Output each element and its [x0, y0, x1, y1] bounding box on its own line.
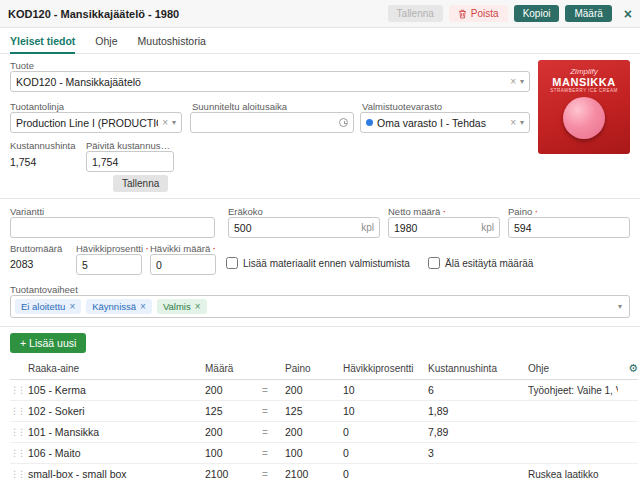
warehouse-select[interactable]: × ▾	[360, 112, 530, 133]
product-image-brand: Zimplify	[570, 67, 598, 76]
waste-percent-field[interactable]	[76, 254, 142, 275]
clear-icon[interactable]: ×	[510, 118, 516, 128]
cell-ohje: Työohjeet: Vaihe 1, Vaihe	[528, 385, 618, 396]
variant-label: Variantti	[10, 206, 44, 217]
table-row[interactable]: ⋮⋮ small-box - small box 2100 = 2100 0 R…	[10, 464, 638, 483]
planned-start-label: Suunniteltu aloitusaika	[192, 101, 287, 112]
warehouse-label: Valmistuotevarasto	[362, 101, 442, 112]
waste-quantity-input[interactable]	[156, 259, 210, 271]
section-divider	[0, 198, 640, 199]
drag-handle-icon[interactable]: ⋮⋮	[10, 406, 28, 416]
gear-icon[interactable]: ⚙	[618, 362, 638, 375]
weight-label: Paino ·	[508, 206, 538, 217]
table-header-row: Raaka-aine Määrä Paino Hävikkiprosentti …	[10, 358, 638, 380]
variant-field[interactable]	[10, 217, 215, 238]
stage-tag-valmis[interactable]: Valmis ×	[157, 299, 207, 314]
update-cost-price-input[interactable]	[92, 156, 168, 168]
cell-maara: 100	[205, 447, 262, 459]
net-quantity-label: Netto määrä ·	[388, 206, 446, 217]
drag-handle-icon[interactable]: ⋮⋮	[10, 469, 28, 479]
clock-icon[interactable]	[339, 118, 348, 127]
delete-button[interactable]: Poista	[449, 5, 508, 22]
waste-quantity-field[interactable]	[150, 254, 216, 275]
cell-hinta: 1,89	[428, 405, 528, 417]
tab-ohje[interactable]: Ohje	[95, 28, 117, 54]
stage-tag-ei-aloitettu[interactable]: Ei aloitettu ×	[15, 299, 81, 314]
table-row[interactable]: ⋮⋮ 105 - Kerma 200 = 200 10 6 Työohjeet:…	[10, 380, 638, 401]
copy-button[interactable]: Kopioi	[514, 5, 560, 22]
net-quantity-input[interactable]	[394, 222, 477, 234]
table-row[interactable]: ⋮⋮ 106 - Maito 100 = 100 0 3	[10, 443, 638, 464]
table-row[interactable]: ⋮⋮ 101 - Mansikka 200 = 200 0 7,89	[10, 422, 638, 443]
chevron-down-icon[interactable]: ▾	[618, 302, 622, 311]
waste-percent-input[interactable]	[82, 259, 136, 271]
warehouse-input[interactable]	[377, 117, 506, 129]
drag-handle-icon[interactable]: ⋮⋮	[10, 427, 28, 437]
page-title: KOD120 - Mansikkajäätelö - 1980	[8, 8, 179, 20]
production-line-label: Tuotantolinja	[10, 101, 64, 112]
cell-paino: 200	[285, 426, 343, 438]
weight-field[interactable]	[508, 217, 630, 238]
equals-icon: =	[262, 427, 285, 438]
clear-icon[interactable]: ×	[510, 77, 516, 87]
chevron-down-icon[interactable]: ▾	[520, 118, 524, 127]
drag-handle-icon[interactable]: ⋮⋮	[10, 448, 28, 458]
production-line-select[interactable]: × ▾	[10, 112, 182, 133]
tab-yleiset-tiedot[interactable]: Yleiset tiedot	[10, 28, 75, 54]
unit-suffix: kpl	[481, 222, 494, 233]
cell-name: 106 - Maito	[28, 447, 205, 459]
batch-size-label: Eräkoko	[228, 206, 263, 217]
header-paino: Paino	[285, 363, 343, 374]
batch-size-field[interactable]: kpl	[228, 217, 380, 238]
equals-icon: =	[262, 385, 285, 396]
cell-paino: 200	[285, 384, 343, 396]
quantity-button[interactable]: Määrä	[565, 5, 611, 22]
variant-input[interactable]	[16, 222, 209, 234]
cell-havikki: 10	[343, 384, 428, 396]
product-select[interactable]: × ▾	[10, 71, 530, 92]
cell-hinta: 3	[428, 447, 528, 459]
chevron-down-icon[interactable]: ▾	[172, 118, 176, 127]
update-cost-save-button[interactable]: Tallenna	[113, 175, 168, 192]
table-row[interactable]: ⋮⋮ 102 - Sokeri 125 = 125 10 1,89	[10, 401, 638, 422]
header-kustannushinta: Kustannushinta	[428, 363, 528, 374]
remove-tag-icon[interactable]: ×	[195, 301, 201, 312]
clear-icon[interactable]: ×	[162, 118, 168, 128]
add-new-button[interactable]: + Lisää uusi	[10, 333, 86, 353]
checkbox[interactable]	[226, 257, 238, 269]
raw-materials-table: Raaka-aine Määrä Paino Hävikkiprosentti …	[10, 358, 638, 483]
net-quantity-field[interactable]: kpl	[388, 217, 500, 238]
remove-tag-icon[interactable]: ×	[140, 301, 146, 312]
production-line-input[interactable]	[16, 117, 158, 129]
cell-paino: 125	[285, 405, 343, 417]
chevron-down-icon[interactable]: ▾	[520, 77, 524, 86]
dont-prefill-quantity-checkbox[interactable]: Älä esitäytä määrää	[428, 257, 533, 269]
close-icon[interactable]: ×	[624, 7, 632, 21]
cell-hinta: 6	[428, 384, 528, 396]
add-materials-before-completion-checkbox[interactable]: Lisää materiaalit ennen valmistumista	[226, 257, 410, 269]
drag-handle-icon[interactable]: ⋮⋮	[10, 385, 28, 395]
production-stages-multiselect[interactable]: Ei aloitettu × Käynnissä × Valmis × ▾	[10, 295, 630, 318]
save-button[interactable]: Tallenna	[388, 5, 443, 22]
unit-suffix: kpl	[361, 222, 374, 233]
header-maara: Määrä	[205, 363, 262, 374]
cell-hinta: 7,89	[428, 426, 528, 438]
weight-input[interactable]	[514, 222, 624, 234]
update-cost-price-field[interactable]	[86, 151, 174, 172]
header-havikkiprosentti: Hävikkiprosentti	[343, 363, 428, 374]
cost-price-label: Kustannushinta	[10, 140, 76, 151]
equals-icon: =	[262, 406, 285, 417]
cost-price-value: 1,754	[10, 156, 36, 168]
checkbox[interactable]	[428, 257, 440, 269]
trash-icon	[458, 9, 467, 19]
planned-start-input[interactable]	[196, 117, 335, 129]
stage-tag-kaynnissa[interactable]: Käynnissä ×	[86, 299, 152, 314]
product-input[interactable]	[16, 76, 506, 88]
planned-start-datetime[interactable]	[190, 112, 354, 133]
batch-size-input[interactable]	[234, 222, 357, 234]
section-divider	[0, 326, 640, 327]
tab-muutoshistoria[interactable]: Muutoshistoria	[138, 28, 206, 54]
remove-tag-icon[interactable]: ×	[69, 301, 75, 312]
product-image-caption: STRAWBERRY ICE CREAM	[550, 88, 618, 93]
cell-name: 102 - Sokeri	[28, 405, 205, 417]
